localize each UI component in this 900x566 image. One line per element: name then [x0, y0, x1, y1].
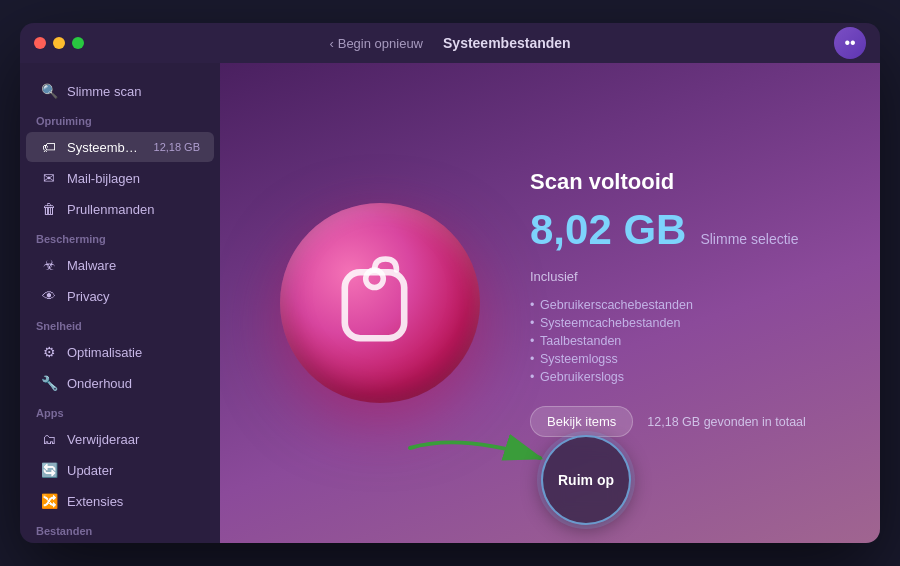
scan-size-row: 8,02 GB Slimme selectie — [530, 209, 840, 251]
prullenmanden-icon: 🗑 — [40, 200, 58, 218]
app-icon-sphere — [280, 203, 480, 403]
avatar-button[interactable]: •• — [834, 27, 866, 59]
inclusief-list: GebruikerscachebestandenSysteemcachebest… — [530, 298, 840, 384]
scan-size-value: 8,02 GB — [530, 209, 686, 251]
sidebar-section-label: Opruiming — [20, 107, 220, 131]
content-area: 🔍Slimme scanOpruiming🏷Systeembestand...1… — [20, 63, 880, 543]
mail-bijlagen-label: Mail-bijlagen — [67, 171, 200, 186]
sidebar-item-onderhoud[interactable]: 🔧Onderhoud — [26, 368, 214, 398]
sidebar-item-extensies[interactable]: 🔀Extensies — [26, 486, 214, 516]
slimme-selectie-link[interactable]: Slimme selectie — [700, 232, 798, 246]
onderhoud-label: Onderhoud — [67, 376, 200, 391]
sidebar: 🔍Slimme scanOpruiming🏷Systeembestand...1… — [20, 63, 220, 543]
optimalisatie-icon: ⚙ — [40, 343, 58, 361]
updater-label: Updater — [67, 463, 200, 478]
sidebar-item-optimalisatie[interactable]: ⚙Optimalisatie — [26, 337, 214, 367]
list-item: Systeemlogss — [530, 352, 840, 366]
slimme-scan-label: Slimme scan — [67, 84, 200, 99]
dots-icon: •• — [844, 34, 855, 52]
sidebar-item-slimme-scan[interactable]: 🔍Slimme scan — [26, 76, 214, 106]
svg-rect-1 — [345, 272, 404, 338]
privacy-label: Privacy — [67, 289, 200, 304]
sidebar-section-label: Bestanden — [20, 517, 220, 541]
malware-icon: ☣ — [40, 256, 58, 274]
optimalisatie-label: Optimalisatie — [67, 345, 200, 360]
icon-area — [260, 203, 500, 403]
sidebar-section-label: Bescherming — [20, 225, 220, 249]
titlebar-center: ‹ Begin opnieuw Systeembestanden — [329, 35, 570, 51]
prullenmanden-label: Prullenmanden — [67, 202, 200, 217]
action-row: Bekijk items 12,18 GB gevonden in totaal — [530, 406, 840, 437]
sidebar-item-ruimtezoeker[interactable]: 🔎Ruimtezoeker — [26, 542, 214, 543]
systeembestanden-icon: 🏷 — [40, 138, 58, 156]
sidebar-item-systeembestanden[interactable]: 🏷Systeembestand...12,18 GB — [26, 132, 214, 162]
sidebar-section-label: Snelheid — [20, 312, 220, 336]
inclusief-label: Inclusief — [530, 269, 840, 284]
sidebar-item-verwijderaar[interactable]: 🗂Verwijderaar — [26, 424, 214, 454]
systeembestanden-label: Systeembestand... — [67, 140, 145, 155]
cleanup-btn-wrapper: Ruim op — [541, 435, 631, 525]
arrow-icon — [400, 428, 560, 488]
mail-bijlagen-icon: ✉ — [40, 169, 58, 187]
back-label: Begin opnieuw — [338, 36, 423, 51]
cleanup-button[interactable]: Ruim op — [541, 435, 631, 525]
sidebar-section-label: Apps — [20, 399, 220, 423]
titlebar: ‹ Begin opnieuw Systeembestanden •• — [20, 23, 880, 63]
sidebar-item-malware[interactable]: ☣Malware — [26, 250, 214, 280]
app-window: ‹ Begin opnieuw Systeembestanden •• 🔍Sli… — [20, 23, 880, 543]
list-item: Systeemcachebestanden — [530, 316, 840, 330]
verwijderaar-icon: 🗂 — [40, 430, 58, 448]
list-item: Taalbestanden — [530, 334, 840, 348]
sidebar-item-privacy[interactable]: 👁Privacy — [26, 281, 214, 311]
traffic-lights — [34, 37, 84, 49]
updater-icon: 🔄 — [40, 461, 58, 479]
scan-title: Scan voltooid — [530, 169, 840, 195]
found-text: 12,18 GB gevonden in totaal — [647, 415, 805, 429]
sidebar-item-mail-bijlagen[interactable]: ✉Mail-bijlagen — [26, 163, 214, 193]
slimme-scan-icon: 🔍 — [40, 82, 58, 100]
window-title: Systeembestanden — [443, 35, 571, 51]
sidebar-item-prullenmanden[interactable]: 🗑Prullenmanden — [26, 194, 214, 224]
systeembestanden-badge: 12,18 GB — [154, 141, 200, 153]
privacy-icon: 👁 — [40, 287, 58, 305]
sidebar-item-updater[interactable]: 🔄Updater — [26, 455, 214, 485]
extensies-icon: 🔀 — [40, 492, 58, 510]
list-item: Gebruikerslogs — [530, 370, 840, 384]
onderhoud-icon: 🔧 — [40, 374, 58, 392]
info-panel: Scan voltooid 8,02 GB Slimme selectie In… — [530, 169, 840, 437]
minimize-button[interactable] — [53, 37, 65, 49]
tag-svg-icon — [325, 248, 435, 358]
chevron-left-icon: ‹ — [329, 36, 333, 51]
verwijderaar-label: Verwijderaar — [67, 432, 200, 447]
main-panel: Scan voltooid 8,02 GB Slimme selectie In… — [220, 63, 880, 543]
list-item: Gebruikerscachebestanden — [530, 298, 840, 312]
malware-label: Malware — [67, 258, 200, 273]
back-button[interactable]: ‹ Begin opnieuw — [329, 36, 423, 51]
close-button[interactable] — [34, 37, 46, 49]
extensies-label: Extensies — [67, 494, 200, 509]
maximize-button[interactable] — [72, 37, 84, 49]
